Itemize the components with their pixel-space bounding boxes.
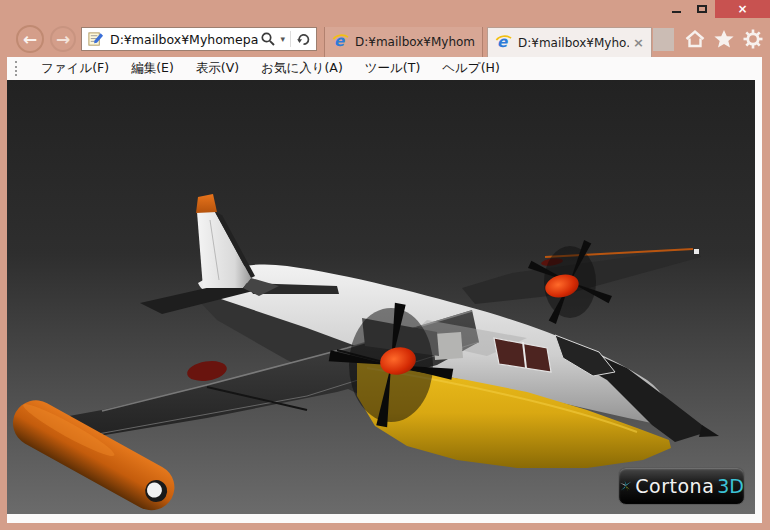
tab-close-icon[interactable]: × (633, 35, 644, 50)
settings-button[interactable] (742, 28, 764, 50)
nose-probe (699, 425, 719, 437)
forward-arrow-icon: → (56, 29, 70, 49)
gear-icon (742, 28, 764, 50)
address-bar[interactable]: D:¥mailbox¥Myhomepage¥ ▾ (81, 27, 317, 51)
address-divider (290, 31, 291, 47)
home-button[interactable] (684, 28, 706, 50)
menu-tools[interactable]: ツール(T) (354, 60, 431, 77)
fin-orange-cap (196, 194, 217, 213)
menu-bar: ファイル(F) 編集(E) 表示(V) お気に入り(A) ツール(T) ヘルプ(… (7, 57, 762, 80)
back-arrow-icon: ← (23, 29, 37, 49)
menu-file[interactable]: ファイル(F) (30, 60, 120, 77)
logo-text-main: Cortona (635, 475, 714, 497)
address-url[interactable]: D:¥mailbox¥Myhomepage¥ (110, 32, 258, 47)
ie-icon: e (495, 33, 512, 53)
cortona3d-viewport[interactable]: Cortona 3D (7, 80, 755, 514)
tab-title: D:¥mailbox¥Myho... (518, 36, 629, 50)
menubar-grip[interactable] (15, 61, 18, 76)
back-button[interactable]: ← (16, 25, 44, 53)
close-icon: × (737, 2, 747, 16)
hinomaru-roundel (186, 358, 228, 383)
aircraft-3d-model[interactable] (7, 80, 755, 514)
menu-help[interactable]: ヘルプ(H) (431, 60, 511, 77)
new-tab-button[interactable] (653, 28, 674, 51)
tab-inactive[interactable]: e D:¥mailbox¥Myhom... (324, 27, 483, 57)
star-icon (713, 28, 735, 50)
maximize-button[interactable] (689, 0, 715, 18)
close-button[interactable]: × (715, 0, 770, 18)
maximize-icon (697, 5, 707, 13)
minimize-button[interactable] (663, 0, 689, 18)
tab-title: D:¥mailbox¥Myhom... (355, 35, 475, 49)
menu-favorites[interactable]: お気に入り(A) (250, 60, 354, 77)
menu-edit[interactable]: 編集(E) (120, 60, 185, 77)
window-controls: × (663, 0, 770, 18)
ie-icon: e (332, 32, 349, 52)
browser-window: × ← → D:¥mailbox¥Myhomepage¥ ▾ e D:¥mail… (0, 0, 770, 530)
page-frame: ファイル(F) 編集(E) 表示(V) お気に入り(A) ツール(T) ヘルプ(… (7, 57, 762, 523)
refresh-icon[interactable] (296, 32, 311, 47)
minimize-icon (672, 11, 681, 13)
cortona3d-logo: Cortona 3D (618, 467, 745, 505)
tab-active[interactable]: e D:¥mailbox¥Myho... × (487, 27, 652, 57)
menu-view[interactable]: 表示(V) (185, 60, 250, 77)
logo-text-accent: 3D (717, 475, 744, 497)
home-icon (684, 28, 706, 50)
search-icon[interactable] (260, 31, 276, 47)
address-dropdown-icon[interactable]: ▾ (280, 34, 285, 44)
favorites-button[interactable] (713, 28, 735, 50)
page-edit-icon (87, 31, 104, 48)
cortona3d-star-icon (619, 473, 632, 499)
forward-button[interactable]: → (50, 26, 76, 52)
